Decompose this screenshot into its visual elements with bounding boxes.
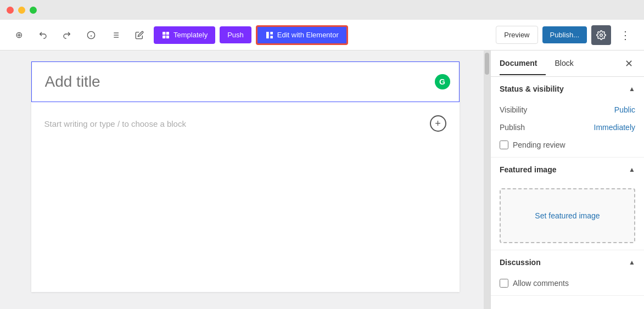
- publish-label: Publish: [500, 123, 525, 132]
- discussion-chevron: ▲: [629, 259, 635, 266]
- publish-value[interactable]: Immediately: [594, 123, 635, 132]
- list-view-button[interactable]: [105, 25, 125, 45]
- svg-rect-15: [270, 36, 273, 38]
- redo-button[interactable]: [57, 25, 77, 45]
- editor-scrollbar[interactable]: [484, 50, 490, 309]
- title-area: G: [31, 61, 460, 102]
- visibility-value[interactable]: Public: [614, 105, 635, 114]
- featured-image-chevron: ▲: [629, 166, 635, 173]
- traffic-light-yellow[interactable]: [18, 7, 25, 14]
- edit-with-elementor-button[interactable]: Edit with Elementor: [256, 25, 348, 45]
- set-featured-image-label: Set featured image: [535, 211, 600, 220]
- templately-button[interactable]: Templately: [154, 26, 215, 44]
- scrollbar-thumb[interactable]: [485, 53, 489, 75]
- pending-review-row: Pending review: [491, 136, 644, 157]
- svg-rect-14: [270, 32, 273, 35]
- discussion-section: Discussion ▲ Allow comments: [491, 250, 644, 296]
- titlebar: [0, 0, 644, 20]
- publish-button[interactable]: Publish...: [542, 26, 587, 43]
- svg-rect-9: [163, 32, 165, 35]
- svg-rect-13: [266, 32, 269, 38]
- undo-button[interactable]: [33, 25, 53, 45]
- info-button[interactable]: [81, 25, 101, 45]
- title-input[interactable]: [45, 73, 446, 91]
- status-visibility-title: Status & visibility: [500, 85, 564, 93]
- allow-comments-checkbox[interactable]: [500, 279, 508, 288]
- settings-button[interactable]: [591, 25, 611, 45]
- editor-area: G Start writing or type / to choose a bl…: [0, 50, 490, 309]
- svg-rect-12: [166, 35, 169, 38]
- sidebar-header: Document Block ✕: [491, 50, 644, 77]
- allow-comments-row: Allow comments: [491, 274, 644, 295]
- traffic-light-red[interactable]: [7, 7, 14, 14]
- pending-review-label: Pending review: [513, 141, 565, 149]
- discussion-title: Discussion: [500, 258, 541, 267]
- svg-rect-11: [163, 35, 165, 38]
- featured-image-title: Featured image: [500, 165, 556, 174]
- content-area: Start writing or type / to choose a bloc…: [31, 102, 460, 145]
- tab-block[interactable]: Block: [555, 52, 582, 75]
- set-featured-image-button[interactable]: Set featured image: [500, 188, 635, 243]
- visibility-label: Visibility: [500, 105, 527, 114]
- svg-rect-10: [166, 32, 169, 35]
- post-editor: G Start writing or type / to choose a bl…: [31, 61, 460, 292]
- status-visibility-header[interactable]: Status & visibility ▲: [491, 77, 644, 101]
- allow-comments-label: Allow comments: [513, 279, 569, 288]
- edit-button[interactable]: [130, 25, 149, 45]
- add-block-toolbar-button[interactable]: ⊕: [9, 25, 29, 45]
- traffic-light-green[interactable]: [30, 7, 37, 14]
- more-options-button[interactable]: ⋮: [615, 25, 635, 45]
- publish-row: Publish Immediately: [491, 119, 644, 136]
- sidebar: Document Block ✕ Status & visibility ▲ V…: [490, 50, 644, 309]
- toolbar: ⊕ Templately Push Edit with Elementor: [0, 20, 644, 50]
- visibility-row: Visibility Public: [491, 101, 644, 119]
- discussion-header[interactable]: Discussion ▲: [491, 250, 644, 274]
- featured-image-section: Featured image ▲ Set featured image: [491, 158, 644, 250]
- sidebar-close-button[interactable]: ✕: [623, 55, 635, 72]
- sidebar-tabs: Document Block: [500, 52, 623, 75]
- content-placeholder-text: Start writing or type / to choose a bloc…: [44, 119, 186, 128]
- featured-image-header[interactable]: Featured image ▲: [491, 158, 644, 182]
- push-button[interactable]: Push: [220, 26, 251, 43]
- status-visibility-section: Status & visibility ▲ Visibility Public …: [491, 77, 644, 158]
- toolbar-left: ⊕ Templately Push Edit with Elementor: [9, 25, 491, 45]
- svg-point-16: [600, 33, 603, 36]
- add-block-button[interactable]: +: [430, 115, 446, 132]
- main-layout: G Start writing or type / to choose a bl…: [0, 50, 644, 309]
- pending-review-checkbox[interactable]: [500, 141, 508, 149]
- tab-document[interactable]: Document: [500, 52, 546, 75]
- preview-button[interactable]: Preview: [496, 26, 537, 44]
- status-visibility-chevron: ▲: [629, 85, 635, 93]
- toolbar-right: Preview Publish... ⋮: [496, 25, 635, 45]
- grammarly-icon: G: [435, 74, 450, 89]
